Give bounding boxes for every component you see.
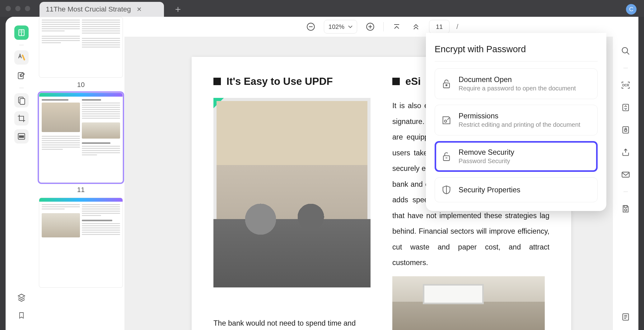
thumbnail-page-12[interactable]	[39, 198, 123, 288]
rail-divider	[19, 45, 24, 45]
panel-item-title: Remove Security	[459, 148, 514, 157]
svg-point-8	[622, 48, 628, 53]
close-window-button[interactable]	[6, 6, 11, 11]
svg-rect-12	[625, 130, 627, 131]
panel-title: Encrypt with Password	[435, 40, 598, 62]
right-rail: OCR	[613, 37, 638, 330]
client-area: 10	[6, 17, 638, 330]
panel-item-subtitle: Restrict editing and printing of the doc…	[459, 121, 580, 128]
zoom-level-select[interactable]: 102%	[324, 20, 357, 34]
save-button[interactable]	[620, 203, 631, 214]
share-button[interactable]	[620, 147, 631, 158]
zoom-value: 102%	[329, 23, 344, 30]
svg-rect-5	[19, 136, 24, 138]
document-image-2	[392, 276, 545, 330]
shield-icon	[441, 185, 452, 195]
panel-item-subtitle: Password Security	[459, 158, 514, 165]
section-heading: It's Easy to Use UPDF	[213, 76, 371, 87]
minimize-window-button[interactable]	[15, 6, 21, 11]
zoom-out-button[interactable]	[305, 21, 317, 33]
permissions-icon	[441, 115, 452, 126]
toolbar-divider	[383, 22, 384, 31]
panel-item-subtitle: Require a password to open the document	[459, 85, 576, 92]
thumbnail-page-11[interactable]	[39, 93, 123, 183]
lock-open-icon	[441, 79, 452, 89]
traffic-lights	[6, 6, 30, 11]
document-area: 102% 11 / It's Easy to Use UPD	[124, 17, 638, 330]
panel-item-title: Permissions	[459, 112, 580, 120]
chevron-down-icon	[348, 25, 352, 28]
svg-rect-13	[622, 172, 629, 177]
thumbnails-panel: 10	[37, 17, 124, 330]
document-image-1	[213, 98, 371, 287]
close-tab-icon[interactable]: ✕	[137, 6, 142, 13]
search-button[interactable]	[620, 45, 631, 57]
svg-point-15	[625, 209, 627, 211]
page-separator: /	[456, 23, 458, 31]
panel-item-permissions[interactable]: Permissions Restrict editing and printin…	[435, 105, 598, 135]
rail-divider	[623, 191, 628, 192]
organize-pages-button[interactable]	[14, 93, 29, 108]
encrypt-password-panel: Encrypt with Password Document Open Requ…	[426, 33, 606, 211]
svg-text:OCR: OCR	[622, 84, 629, 87]
panel-item-security-properties[interactable]: Security Properties	[435, 177, 598, 202]
page-column-left: It's Easy to Use UPDF The bank would not…	[213, 76, 371, 330]
comment-tool-button[interactable]	[14, 50, 29, 65]
rail-divider	[623, 68, 628, 68]
new-tab-button[interactable]: ＋	[170, 1, 186, 17]
body-text: The bank would not need to spend time an…	[213, 315, 371, 330]
svg-point-19	[445, 120, 447, 122]
svg-rect-3	[20, 99, 25, 104]
panel-item-title: Security Properties	[459, 186, 520, 194]
edit-tool-button[interactable]	[14, 68, 29, 83]
unlock-icon	[441, 151, 452, 162]
layers-button[interactable]	[14, 290, 29, 305]
notes-button[interactable]	[620, 311, 631, 323]
prev-page-button[interactable]	[410, 21, 422, 33]
window-chrome: 11The Most Crucial Strateg ✕ ＋ C	[0, 0, 644, 17]
panel-item-remove-security[interactable]: Remove Security Password Security	[435, 141, 598, 172]
email-button[interactable]	[620, 169, 631, 180]
panel-item-document-open[interactable]: Document Open Require a password to open…	[435, 68, 598, 99]
svg-rect-11	[623, 127, 629, 133]
convert-button[interactable]	[620, 102, 631, 113]
left-rail	[6, 17, 37, 330]
bookmarks-button[interactable]	[14, 308, 29, 323]
tab-bar: 11The Most Crucial Strateg ✕ ＋	[40, 0, 186, 17]
svg-point-18	[446, 85, 447, 86]
first-page-button[interactable]	[390, 21, 403, 33]
thumbnail-label: 10	[77, 81, 85, 89]
svg-rect-14	[624, 206, 627, 208]
redact-tool-button[interactable]	[14, 129, 29, 144]
tab-active[interactable]: 11The Most Crucial Strateg ✕	[40, 2, 164, 17]
protect-button[interactable]	[620, 124, 631, 135]
thumbnail-label: 11	[77, 186, 85, 194]
crop-tool-button[interactable]	[14, 111, 29, 126]
zoom-in-button[interactable]	[364, 21, 376, 33]
page-number-input[interactable]: 11	[429, 20, 450, 34]
rail-divider	[19, 88, 24, 88]
svg-rect-10	[623, 104, 629, 111]
maximize-window-button[interactable]	[25, 6, 30, 11]
user-avatar[interactable]: C	[626, 4, 637, 15]
thumbnail-page-10[interactable]	[39, 17, 123, 78]
panel-item-title: Document Open	[459, 76, 576, 84]
ocr-button[interactable]: OCR	[620, 80, 631, 91]
tab-title: 11The Most Crucial Strateg	[46, 5, 131, 13]
reader-mode-button[interactable]	[14, 25, 29, 40]
